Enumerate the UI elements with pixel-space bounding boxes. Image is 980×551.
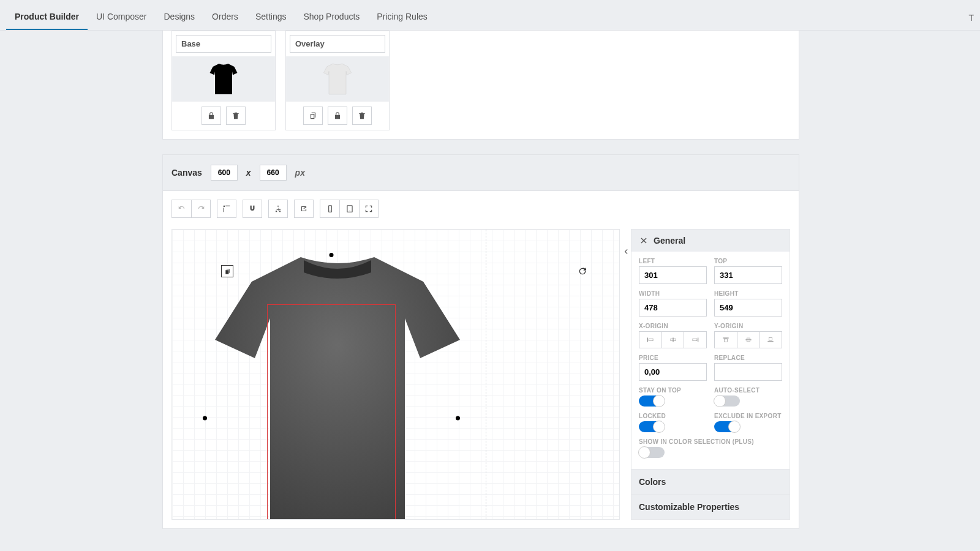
align-bottom-icon <box>766 336 775 343</box>
stage-divider <box>486 230 486 519</box>
props-body: Left Top Width <box>631 252 790 469</box>
duplicate-icon <box>309 111 317 120</box>
svg-rect-9 <box>693 339 697 341</box>
fullscreen-icon <box>364 204 373 213</box>
layer-title-input[interactable] <box>290 35 385 53</box>
layer-thumb <box>172 56 275 102</box>
replace-label: Replace <box>714 354 782 361</box>
props-title: General <box>654 236 685 246</box>
chevron-left-icon <box>622 247 630 256</box>
yorigin-middle[interactable] <box>737 332 760 348</box>
price-input[interactable] <box>639 363 707 381</box>
selection-rotate-button[interactable] <box>576 265 589 277</box>
xorigin-group <box>639 331 707 348</box>
svg-rect-15 <box>769 338 772 341</box>
topbar: Product Builder UI Composer Designs Orde… <box>0 0 980 31</box>
tab-shop-products[interactable]: Shop Products <box>295 3 368 30</box>
top-input[interactable] <box>714 266 782 284</box>
tab-ui-composer[interactable]: UI Composer <box>88 3 155 30</box>
canvas-height-input[interactable] <box>260 165 287 181</box>
close-icon <box>639 236 648 245</box>
exclude-toggle[interactable] <box>714 421 740 432</box>
align-middle-icon <box>744 336 753 343</box>
tablet-preview-button[interactable] <box>339 200 359 218</box>
canvas-header: Canvas x px <box>162 154 799 191</box>
yorigin-group <box>714 331 782 348</box>
selection-handle-left[interactable] <box>203 416 207 421</box>
stay-toggle[interactable] <box>639 395 665 407</box>
layers-panel <box>162 31 799 140</box>
width-label: Width <box>639 290 707 297</box>
xorigin-label: X-Origin <box>639 323 707 329</box>
properties-panel: General Left Top <box>631 229 790 520</box>
undo-button[interactable] <box>172 200 191 218</box>
snap-button[interactable] <box>243 200 262 218</box>
canvas-label: Canvas <box>172 168 202 178</box>
layer-thumb <box>286 56 389 102</box>
fullscreen-button[interactable] <box>359 200 379 218</box>
canvas-stage[interactable] <box>172 229 620 520</box>
tab-settings[interactable]: Settings <box>247 3 295 30</box>
yorigin-top[interactable] <box>715 332 737 348</box>
lock-button[interactable] <box>202 107 221 125</box>
layer-title-input[interactable] <box>176 35 271 53</box>
print-area-box[interactable] <box>267 304 396 520</box>
canvas-body: General Left Top <box>162 191 799 529</box>
tab-product-builder[interactable]: Product Builder <box>6 3 88 30</box>
tab-pricing-rules[interactable]: Pricing Rules <box>368 3 435 30</box>
duplicate-button[interactable] <box>303 107 323 125</box>
collapse-panel-button[interactable] <box>621 247 631 257</box>
align-top-icon <box>722 336 730 343</box>
svg-rect-4 <box>647 338 648 342</box>
accordion-customizable[interactable]: Customizable Properties <box>631 494 790 519</box>
height-input[interactable] <box>714 299 782 317</box>
layer-card-overlay <box>285 31 390 130</box>
locked-toggle[interactable] <box>639 421 665 432</box>
canvas-width-input[interactable] <box>211 165 238 181</box>
main: Canvas x px <box>162 31 799 529</box>
yorigin-label: Y-Origin <box>714 323 782 329</box>
ruler-button[interactable] <box>217 200 236 218</box>
lock-button[interactable] <box>328 107 347 125</box>
canvas-x-label: x <box>246 168 251 178</box>
xorigin-center[interactable] <box>662 332 685 348</box>
mobile-preview-button[interactable] <box>320 200 339 218</box>
replace-input[interactable] <box>714 363 782 381</box>
accordion-colors[interactable]: Colors <box>631 469 790 494</box>
magnet-icon <box>248 204 257 213</box>
yorigin-bottom[interactable] <box>760 332 782 348</box>
trash-icon <box>358 111 366 120</box>
delete-button[interactable] <box>226 107 246 125</box>
export-button[interactable] <box>294 200 314 218</box>
mobile-icon <box>326 204 334 213</box>
tablet-icon <box>345 204 354 213</box>
auto-toggle[interactable] <box>714 395 740 407</box>
hierarchy-button[interactable] <box>268 200 288 218</box>
tab-orders[interactable]: Orders <box>203 3 247 30</box>
layer-card-base <box>172 31 276 130</box>
height-label: Height <box>714 290 782 297</box>
tab-designs[interactable]: Designs <box>155 3 203 30</box>
lock-icon <box>207 111 216 120</box>
close-panel-button[interactable] <box>639 236 649 246</box>
colorsel-toggle[interactable] <box>639 447 665 458</box>
ruler-icon <box>222 204 231 213</box>
left-input[interactable] <box>639 266 707 284</box>
svg-point-3 <box>349 211 350 211</box>
width-input[interactable] <box>639 299 707 317</box>
canvas-unit: px <box>295 168 305 178</box>
canvas-toolbar <box>172 200 790 218</box>
tshirt-icon <box>322 61 353 97</box>
exclude-label: Exclude in export <box>714 413 782 419</box>
auto-label: Auto-Select <box>714 387 782 394</box>
price-label: Price <box>639 354 707 361</box>
xorigin-right[interactable] <box>684 332 706 348</box>
redo-button[interactable] <box>191 200 211 218</box>
align-left-icon <box>646 336 655 343</box>
delete-button[interactable] <box>352 107 372 125</box>
left-label: Left <box>639 258 707 264</box>
svg-rect-8 <box>698 338 698 342</box>
hierarchy-icon <box>274 204 282 213</box>
xorigin-left[interactable] <box>639 332 662 348</box>
rotate-icon <box>578 266 587 276</box>
